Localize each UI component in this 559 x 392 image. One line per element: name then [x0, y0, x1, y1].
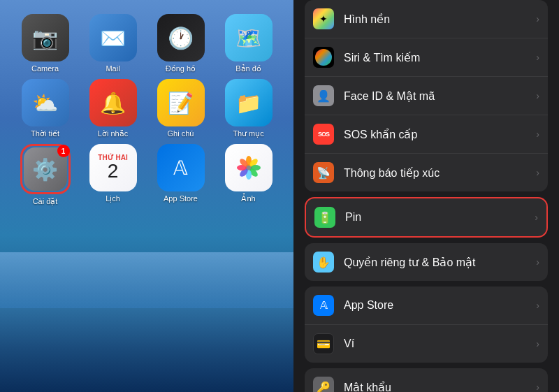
settings-group-privacy: ✋ Quyền riêng tư & Bảo mật › — [305, 243, 548, 281]
wallet-icon: 💳 — [313, 333, 334, 354]
settings-section-privacy: ✋ Quyền riêng tư & Bảo mật › — [293, 243, 559, 281]
exposure-icon: 📡 — [313, 162, 334, 183]
settings-section-1: ✦ Hình nền › — [293, 0, 559, 191]
photos-label: Ảnh — [241, 194, 255, 203]
app-calendar[interactable]: THỨ HAI 2 Lịch — [82, 144, 144, 206]
calendar-icon: THỨ HAI 2 — [89, 144, 137, 191]
svg-text:𝔸: 𝔸 — [320, 300, 328, 311]
settings-group-passwords: 🔑 Mật khẩu › — [305, 368, 548, 392]
settings-section-pin: 🔋 Pin › — [293, 197, 559, 238]
siri-icon — [313, 47, 334, 68]
settings-item-siri[interactable]: Siri & Tìm kiếm › — [305, 38, 548, 77]
app-camera[interactable]: 📷 Camera — [14, 14, 76, 73]
calendar-label: Lịch — [106, 194, 120, 203]
reminders-icon: 🔔 — [89, 79, 137, 126]
appstore-icon: 𝔸 — [157, 144, 205, 191]
camera-icon: 📷 — [22, 14, 69, 61]
weather-label: Thời tiết — [31, 129, 59, 138]
settings-section-passwords: 🔑 Mật khẩu › — [293, 368, 559, 392]
maps-icon: 🗺️ — [225, 14, 273, 61]
settings-item-passwords[interactable]: 🔑 Mật khẩu › — [305, 368, 548, 392]
settings-panel: ✦ Hình nền › — [293, 0, 559, 392]
phone-background: 📷 Camera ✉️ Mail 🕐 Đồng hồ 🗺️ Bản đồ ⛅ T… — [0, 0, 293, 392]
mail-label: Mail — [106, 64, 119, 73]
settings-icon: ⚙️ 1 — [24, 147, 67, 191]
files-label: Thư mục — [233, 129, 264, 138]
settings-item-faceid[interactable]: 👤 Face ID & Mật mã › — [305, 77, 548, 115]
camera-label: Camera — [31, 64, 59, 73]
clock-icon: 🕐 — [157, 14, 205, 61]
settings-badge: 1 — [57, 145, 70, 157]
app-notes[interactable]: 📝 Ghi chú — [150, 79, 212, 138]
siri-label: Siri & Tìm kiếm — [344, 51, 536, 64]
svg-point-9 — [315, 49, 332, 66]
app-weather[interactable]: ⛅ Thời tiết — [14, 79, 76, 138]
app-settings[interactable]: ⚙️ 1 Cài đặt — [14, 144, 76, 206]
app-appstore[interactable]: 𝔸 App Store — [150, 144, 212, 206]
exposure-label: Thông báo tiếp xúc — [344, 166, 536, 180]
privacy-icon: ✋ — [313, 252, 334, 273]
pin-icon: 🔋 — [314, 207, 335, 228]
settings-group-pin: 🔋 Pin › — [305, 197, 548, 238]
appstore-settings-label: App Store — [344, 299, 536, 312]
app-mail[interactable]: ✉️ Mail — [82, 14, 144, 73]
settings-item-sos[interactable]: SOS SOS khẩn cấp › — [305, 115, 548, 154]
app-photos[interactable]: Ảnh — [217, 144, 280, 206]
appstore-label: App Store — [164, 194, 198, 203]
mail-icon: ✉️ — [89, 14, 137, 61]
settings-group-1: ✦ Hình nền › — [305, 0, 548, 191]
settings-section-store: 𝔸 App Store › 💳 Ví › — [293, 286, 559, 363]
settings-item-privacy[interactable]: ✋ Quyền riêng tư & Bảo mật › — [305, 243, 548, 281]
settings-highlight: ⚙️ 1 — [20, 144, 71, 194]
wallpaper-chevron: › — [536, 13, 539, 24]
pin-chevron: › — [535, 212, 538, 223]
settings-item-pin[interactable]: 🔋 Pin › — [306, 198, 546, 236]
sos-chevron: › — [536, 129, 539, 140]
photos-icon — [225, 144, 273, 191]
notes-icon: 📝 — [157, 79, 205, 126]
privacy-label: Quyền riêng tư & Bảo mật — [344, 256, 536, 269]
app-grid: 📷 Camera ✉️ Mail 🕐 Đồng hồ 🗺️ Bản đồ ⛅ T… — [7, 14, 286, 206]
appstore-settings-chevron: › — [536, 300, 539, 311]
files-icon: 📁 — [225, 79, 273, 126]
clock-label: Đồng hồ — [166, 64, 196, 73]
wallet-chevron: › — [536, 338, 539, 349]
settings-item-appstore[interactable]: 𝔸 App Store › — [305, 286, 548, 325]
faceid-icon: 👤 — [313, 85, 334, 106]
notes-label: Ghi chú — [168, 129, 194, 138]
privacy-chevron: › — [536, 256, 539, 268]
siri-chevron: › — [536, 52, 539, 63]
sos-label: SOS khẩn cấp — [344, 128, 536, 141]
exposure-chevron: › — [536, 167, 539, 178]
wallet-label: Ví — [344, 337, 536, 350]
settings-item-exposure[interactable]: 📡 Thông báo tiếp xúc › — [305, 154, 548, 191]
settings-list: ✦ Hình nền › — [293, 0, 559, 392]
settings-item-wallet[interactable]: 💳 Ví › — [305, 325, 548, 363]
app-reminders[interactable]: 🔔 Lời nhắc — [82, 79, 144, 138]
settings-label: Cài đặt — [33, 197, 58, 206]
sos-icon: SOS — [313, 124, 334, 145]
calendar-date: 2 — [108, 161, 119, 181]
passwords-icon: 🔑 — [313, 377, 334, 392]
weather-icon: ⛅ — [22, 79, 69, 126]
appstore-settings-icon: 𝔸 — [313, 295, 334, 316]
faceid-label: Face ID & Mật mã — [344, 89, 536, 103]
reminders-label: Lời nhắc — [98, 129, 128, 138]
passwords-label: Mật khẩu — [344, 381, 536, 393]
maps-label: Bản đồ — [235, 64, 261, 73]
settings-item-wallpaper[interactable]: ✦ Hình nền › — [305, 0, 548, 38]
app-files[interactable]: 📁 Thư mục — [217, 79, 280, 138]
faceid-chevron: › — [536, 90, 539, 101]
wallpaper-label: Hình nền — [344, 13, 536, 26]
wallpaper-icon: ✦ — [313, 8, 334, 29]
pin-label: Pin — [345, 211, 535, 224]
iphone-screen: 📷 Camera ✉️ Mail 🕐 Đồng hồ 🗺️ Bản đồ ⛅ T… — [0, 0, 293, 392]
passwords-chevron: › — [536, 382, 539, 392]
calendar-inner: THỨ HAI 2 — [98, 154, 127, 181]
app-maps[interactable]: 🗺️ Bản đồ — [217, 14, 280, 73]
settings-group-store: 𝔸 App Store › 💳 Ví › — [305, 286, 548, 363]
app-clock[interactable]: 🕐 Đồng hồ — [150, 14, 212, 73]
